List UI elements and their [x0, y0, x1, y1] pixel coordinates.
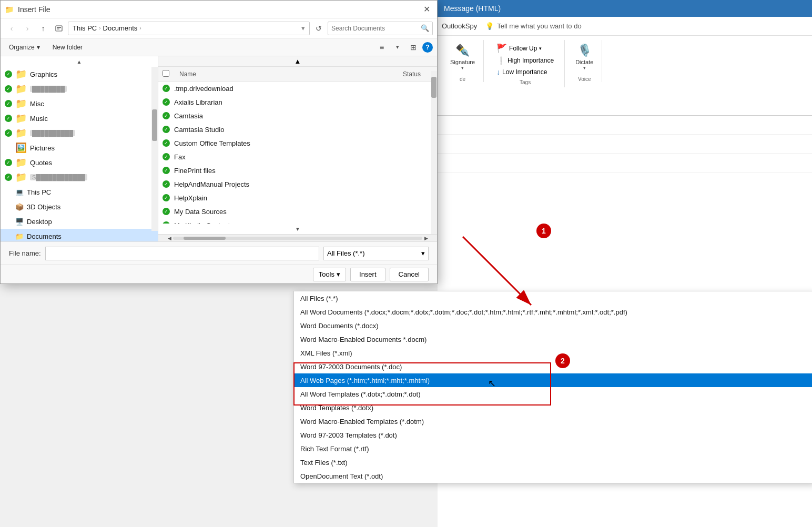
nav-item-blurred2[interactable]: ✓ 📁 ██████████ — [1, 126, 158, 140]
lightbulb-icon: 💡 — [485, 22, 494, 30]
nav-item-misc[interactable]: ✓ 📁 Misc — [1, 96, 158, 111]
dropdown-item-rtf[interactable]: Rich Text Format (*.rtf) — [294, 442, 812, 455]
outlookspy-button[interactable]: OutlookSpy — [442, 22, 477, 30]
sync-check-helpxplain: ✓ — [163, 194, 170, 201]
signature-button[interactable]: ✒️ Signature ▾ — [446, 40, 479, 73]
sync-check-graphics: ✓ — [5, 70, 12, 78]
svg-rect-0 — [56, 26, 62, 31]
insert-button[interactable]: Insert — [350, 268, 385, 281]
file-name-camtasia: Camtasia — [174, 112, 433, 120]
filetype-dropdown[interactable]: All Files (*.*) ▾ — [323, 247, 429, 260]
dictate-button[interactable]: 🎙️ Dictate ▾ — [571, 40, 597, 73]
outlook-ribbon: Message (HTML) OutlookSpy 💡 Tell me what… — [438, 0, 812, 116]
refresh-button[interactable]: ↺ — [312, 22, 326, 35]
file-name-camtasia-studio: Camtasia Studio — [174, 126, 433, 134]
horizontal-scrollbar[interactable]: ◀ ▶ — [158, 234, 437, 241]
file-scroll-up[interactable]: ▲ — [158, 56, 437, 67]
dropdown-item-word-docm[interactable]: Word Macro-Enabled Documents *.docm) — [294, 332, 812, 346]
recent-locations-button[interactable] — [52, 22, 66, 35]
nav-item-graphics[interactable]: ✓ 📁 Graphics — [1, 67, 158, 82]
h-scroll-left[interactable]: ◀ — [166, 235, 173, 242]
dropdown-item-word-97-doc[interactable]: Word 97-2003 Documents (*.doc) — [294, 360, 812, 373]
new-folder-button[interactable]: New folder — [48, 42, 87, 53]
h-scroll-right[interactable]: ▶ — [422, 235, 430, 242]
dialog-close-button[interactable]: ✕ — [420, 3, 433, 16]
address-path[interactable]: This PC › Documents › ▾ — [68, 22, 310, 35]
nav-item-music[interactable]: ✓ 📁 Music — [1, 111, 158, 126]
follow-up-button[interactable]: 🚩 Follow Up ▾ — [494, 42, 556, 54]
dropdown-item-word-templates-dotx[interactable]: Word Templates (*.dotx) — [294, 401, 812, 414]
dropdown-item-odt[interactable]: OpenDocument Text (*.odt) — [294, 469, 812, 483]
file-vertical-scrollbar[interactable] — [431, 71, 437, 234]
dropdown-item-txt[interactable]: Text Files (*.txt) — [294, 455, 812, 469]
search-box: 🔍 — [328, 22, 433, 35]
dropdown-item-all-word-templates[interactable]: All Word Templates (*.dotx;*.dotm;*.dot) — [294, 387, 812, 401]
nav-item-desktop[interactable]: 🖥️ Desktop — [1, 214, 158, 229]
tools-button[interactable]: Tools ▾ — [313, 268, 346, 281]
nav-vertical-scrollbar[interactable] — [151, 67, 158, 231]
dropdown-item-word-templates-dotm[interactable]: Word Macro-Enabled Templates (*.dotm) — [294, 414, 812, 428]
dropdown-item-word-97-templates[interactable]: Word 97-2003 Templates (*.dot) — [294, 428, 812, 442]
nav-item-blurred1[interactable]: ✓ 📁 ████████ — [1, 82, 158, 96]
file-item-datasources[interactable]: ✓ My Data Sources — [158, 205, 437, 218]
forward-button[interactable]: › — [21, 22, 34, 35]
dropdown-item-word-docx[interactable]: Word Documents (*.docx) — [294, 319, 812, 332]
path-chevron2: › — [139, 25, 141, 31]
organize-button[interactable]: Organize ▾ — [5, 42, 44, 53]
dropdown-item-all-word[interactable]: All Word Documents (*.docx;*.docm;*.dotx… — [294, 305, 812, 319]
nav-item-blurred3[interactable]: ✓ 📁 S████████████ — [1, 170, 158, 185]
file-item-helpmanual[interactable]: ✓ HelpAndManual Projects — [158, 177, 437, 191]
cancel-button[interactable]: Cancel — [390, 268, 429, 281]
file-item-tmp[interactable]: ✓ .tmp.drivedownload — [158, 82, 437, 95]
dictate-label: Dictate — [575, 59, 593, 65]
view-detail-button[interactable]: ⊞ — [407, 40, 420, 54]
tell-me-text[interactable]: Tell me what you want to do — [497, 22, 581, 30]
search-input[interactable] — [331, 25, 419, 32]
this-pc-icon: 💻 — [15, 188, 24, 196]
nav-scroll-up[interactable]: ▲ — [1, 56, 158, 67]
select-all-checkbox[interactable] — [163, 70, 169, 77]
folder-icon-misc: 📁 — [15, 98, 27, 109]
ribbon-group-label-include: de — [460, 74, 465, 82]
path-dropdown-arrow[interactable]: ▾ — [301, 24, 305, 32]
nav-item-this-pc[interactable]: 💻 This PC — [1, 185, 158, 199]
dialog-title-text: Insert File — [18, 5, 50, 14]
file-item-axialis[interactable]: ✓ Axialis Librarian — [158, 95, 437, 109]
file-item-fax[interactable]: ✓ Fax — [158, 150, 437, 164]
file-item-kindle[interactable]: ✓ My Kindle Content — [158, 218, 437, 224]
column-status-header[interactable]: Status — [391, 70, 433, 78]
dropdown-item-xml[interactable]: XML Files (*.xml) — [294, 346, 812, 360]
nav-item-3d-objects[interactable]: 📦 3D Objects — [1, 199, 158, 214]
view-grid-button[interactable]: ▾ — [391, 40, 404, 54]
help-button[interactable]: ? — [422, 42, 433, 53]
file-name-helpmanual: HelpAndManual Projects — [174, 180, 433, 188]
file-item-fineprint[interactable]: ✓ FinePrint files — [158, 164, 437, 177]
file-item-camtasia[interactable]: ✓ Camtasia — [158, 109, 437, 123]
low-importance-button[interactable]: ↓ Low Importance — [494, 67, 556, 77]
address-bar: ‹ › ↑ This PC › Documents › ▾ ↺ 🔍 — [1, 18, 437, 38]
file-item-custom-templates[interactable]: ✓ Custom Office Templates — [158, 136, 437, 150]
filename-input[interactable] — [45, 247, 319, 260]
file-item-helpxplain[interactable]: ✓ HelpXplain — [158, 191, 437, 205]
follow-up-label: Follow Up — [509, 45, 537, 52]
up-button[interactable]: ↑ — [36, 22, 50, 35]
sync-check-fineprint: ✓ — [163, 167, 170, 174]
nav-item-pictures[interactable]: 🖼️ Pictures — [1, 140, 158, 155]
svg-rect-1 — [57, 27, 61, 28]
dropdown-item-web-pages[interactable]: All Web Pages (*.htm;*.html;*.mht;*.mhtm… — [294, 373, 812, 387]
file-panel: ▲ Name Status ✓ .tmp.drivedownload ✓ Axi… — [158, 56, 437, 241]
file-name-fax: Fax — [174, 153, 433, 161]
back-button[interactable]: ‹ — [5, 22, 18, 35]
path-documents: Documents — [103, 24, 138, 32]
file-scroll-down[interactable]: ▼ — [158, 224, 437, 234]
view-list-button[interactable]: ≡ — [375, 40, 389, 54]
column-name-header[interactable]: Name — [179, 70, 387, 78]
folder-icon-blurred1: 📁 — [15, 83, 27, 95]
sync-check-axialis: ✓ — [163, 98, 170, 106]
dropdown-item-all-files[interactable]: All Files (*.*) — [294, 291, 812, 305]
high-importance-button[interactable]: ❕ High Importance — [494, 55, 556, 66]
nav-label-pictures: Pictures — [30, 144, 55, 152]
nav-item-documents[interactable]: 📁 Documents — [1, 229, 158, 241]
nav-item-quotes[interactable]: ✓ 📁 Quotes — [1, 155, 158, 170]
file-item-camtasia-studio[interactable]: ✓ Camtasia Studio — [158, 123, 437, 136]
